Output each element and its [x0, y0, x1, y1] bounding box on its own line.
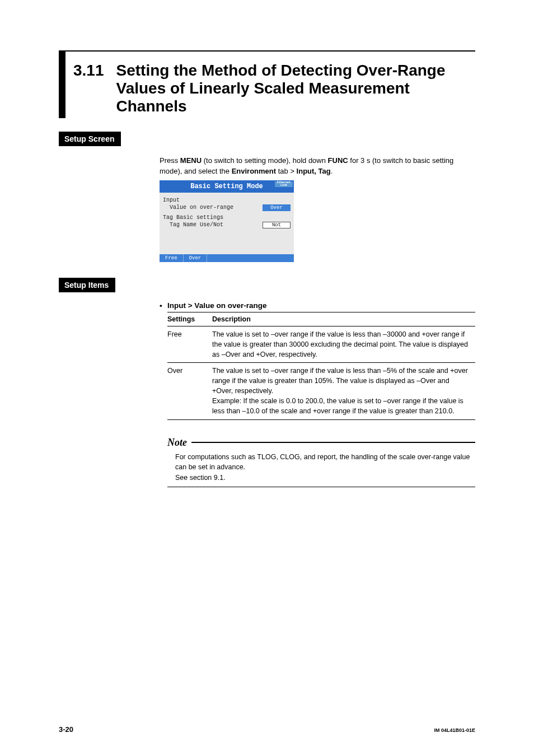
- item-heading: • Input > Value on over-range: [160, 301, 475, 310]
- section-title: Setting the Method of Detecting Over-Ran…: [116, 62, 476, 116]
- text: Press: [160, 156, 180, 165]
- screenshot-body: Input Value on over-range Over Tag Basic…: [160, 193, 294, 254]
- cell-desc: The value is set to –over range if the v…: [212, 326, 475, 362]
- section-heading: 3.11 Setting the Method of Detecting Ove…: [59, 50, 475, 116]
- nav-input-tag: Input, Tag: [297, 167, 331, 175]
- cell-setting: Over: [167, 362, 212, 419]
- setup-screen-intro: Press MENU (to switch to setting mode), …: [160, 155, 475, 177]
- setup-items-label: Setup Items: [59, 278, 115, 292]
- device-screenshot: Basic Setting Mode Ethernet Link Input V…: [160, 180, 294, 262]
- screenshot-title: Basic Setting Mode: [190, 183, 263, 190]
- bullet-icon: •: [160, 301, 167, 310]
- cell-setting: Free: [167, 326, 212, 362]
- document-id: IM 04L41B01-01E: [434, 727, 475, 733]
- page-number: 3-20: [59, 725, 73, 734]
- settings-table: Settings Description Free The value is s…: [167, 312, 475, 420]
- note-line-1: For computations such as TLOG, CLOG, and…: [175, 452, 475, 473]
- th-settings: Settings: [167, 312, 212, 326]
- table-row: Over The value is set to –over range if …: [167, 362, 475, 419]
- value-not[interactable]: Not: [263, 222, 291, 228]
- item-title: Input > Value on over-range: [167, 301, 266, 310]
- setup-screen-label: Setup Screen: [59, 132, 121, 146]
- text: tab >: [276, 167, 297, 175]
- section-number: 3.11: [73, 62, 104, 80]
- note-line-2: See section 9.1.: [175, 473, 475, 483]
- table-row: Free The value is set to –over range if …: [167, 326, 475, 362]
- screenshot-titlebar: Basic Setting Mode Ethernet Link: [160, 180, 294, 193]
- page: 3.11 Setting the Method of Detecting Ove…: [0, 0, 534, 756]
- row-tag-name-use: Tag Name Use/Not Not: [163, 222, 291, 228]
- row-label: Tag Name Use/Not: [163, 222, 263, 228]
- text: (to switch to setting mode), hold down: [202, 156, 327, 165]
- setup-screen-content: Press MENU (to switch to setting mode), …: [160, 155, 475, 262]
- page-footer: 3-20 IM 04L41B01-01E: [59, 725, 475, 734]
- note-label: Note: [167, 437, 187, 449]
- tab-environment: Environment: [232, 167, 276, 175]
- note-heading: Note: [167, 437, 475, 449]
- kbd-menu: MENU: [180, 156, 202, 165]
- group-tag-basic: Tag Basic settings: [163, 214, 291, 221]
- setup-screen-label-row: Setup Screen: [59, 132, 475, 146]
- text: .: [331, 167, 333, 175]
- screenshot-footer: Free Over: [160, 254, 294, 262]
- softkey-free[interactable]: Free: [160, 254, 184, 262]
- softkey-over[interactable]: Over: [184, 254, 208, 262]
- note-body: For computations such as TLOG, CLOG, and…: [167, 452, 475, 483]
- row-label: Value on over-range: [163, 204, 263, 211]
- kbd-func: FUNC: [328, 156, 348, 165]
- setup-items-content: • Input > Value on over-range Settings D…: [160, 301, 475, 487]
- note-block: Note For computations such as TLOG, CLOG…: [167, 437, 475, 487]
- row-value-on-over-range: Value on over-range Over: [163, 204, 291, 211]
- th-description: Description: [212, 312, 475, 326]
- setup-items-label-row: Setup Items: [59, 278, 475, 292]
- note-rule: [191, 442, 475, 443]
- cell-desc: The value is set to –over range if the v…: [212, 362, 475, 419]
- ethernet-link-badge: Ethernet Link: [275, 181, 293, 187]
- value-over-selected[interactable]: Over: [263, 204, 291, 211]
- group-input: Input: [163, 197, 291, 203]
- heading-accent-bar: [59, 52, 65, 118]
